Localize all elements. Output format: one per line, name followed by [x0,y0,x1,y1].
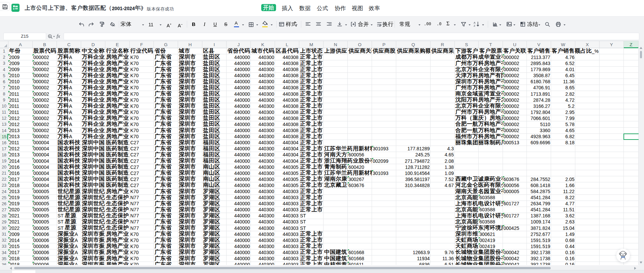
svg-text:Z: Z [474,24,475,27]
svg-text:A: A [474,21,476,24]
